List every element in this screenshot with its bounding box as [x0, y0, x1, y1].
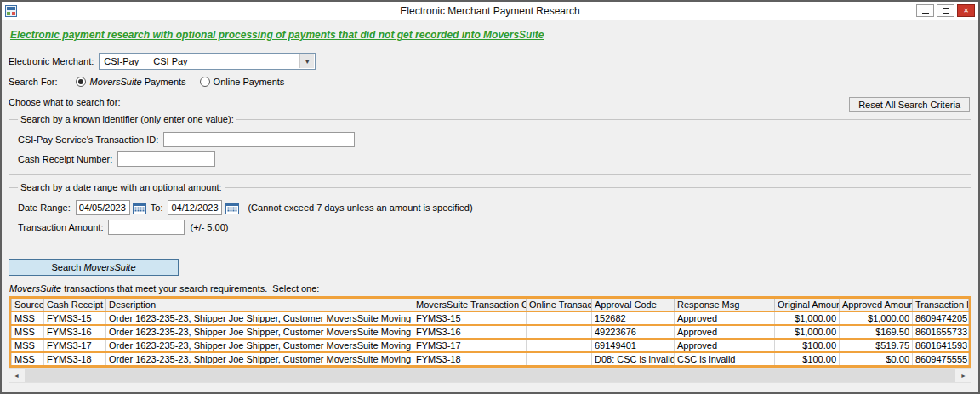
col-online-transaction-code[interactable]: Online Transaction Code [527, 299, 592, 311]
col-source[interactable]: Source [12, 299, 44, 311]
transaction-id-input[interactable] [163, 132, 355, 147]
radio-online-payments[interactable]: Online Payments [200, 77, 285, 87]
cell-cash-receipt[interactable]: FYMS3-17 [44, 339, 106, 352]
cell-cash-receipt[interactable]: FYMS3-18 [44, 352, 106, 365]
cell-cash-receipt[interactable]: FYMS3-16 [44, 325, 106, 339]
cell-description[interactable]: Order 1623-235-23, Shipper Joe Shipper, … [106, 325, 413, 339]
intro-text: Electronic payment research with optiona… [10, 29, 971, 41]
title-bar: Electronic Merchant Payment Research ✕ [2, 2, 978, 20]
scroll-left-icon[interactable]: ◄ [9, 369, 24, 382]
cell-approval-code[interactable]: D08: CSC is invalid [592, 352, 675, 365]
table-row[interactable]: MSS FYMS3-18 Order 1623-235-23, Shipper … [12, 352, 969, 365]
cash-receipt-row: Cash Receipt Number: [18, 151, 962, 167]
cell-response-msg[interactable]: CSC is invalid [675, 352, 775, 365]
cash-receipt-input[interactable] [117, 151, 215, 167]
merchant-combobox[interactable]: CSI-Pay CSI Pay ▼ [99, 53, 316, 70]
cell-response-msg[interactable]: Approved [675, 339, 775, 352]
cell-approved-amount[interactable]: $169.50 [840, 325, 913, 339]
cell-source[interactable]: MSS [12, 339, 44, 352]
table-row[interactable]: MSS FYMS3-15 Order 1623-235-23, Shipper … [12, 311, 969, 325]
results-label: MoversSuite transactions that meet your … [9, 283, 971, 294]
app-icon [5, 5, 17, 17]
col-ms-transaction-code[interactable]: MoversSuite Transaction Code [413, 299, 527, 311]
merchant-row: Electronic Merchant: CSI-Pay CSI Pay ▼ [9, 53, 971, 70]
cell-ms-transaction-code[interactable]: FYMS3-18 [413, 352, 527, 365]
date-note: (Cannot exceed 7 days unless an amount i… [248, 203, 472, 213]
merchant-label: Electronic Merchant: [9, 56, 94, 66]
cell-approved-amount[interactable]: $0.00 [840, 352, 913, 365]
calendar-icon[interactable] [224, 200, 240, 215]
cell-original-amount[interactable]: $1,000.00 [775, 325, 840, 339]
cell-original-amount[interactable]: $100.00 [775, 352, 840, 365]
to-label: To: [151, 203, 163, 213]
dialog-content: Electronic payment research with optiona… [2, 20, 978, 392]
cell-approval-code[interactable]: 69149401 [592, 339, 675, 352]
dialog-window: Electronic Merchant Payment Research ✕ E… [0, 0, 980, 394]
horizontal-scrollbar[interactable]: ◄ ► [9, 368, 971, 383]
cell-source[interactable]: MSS [12, 325, 44, 339]
cell-transaction-id[interactable]: 8601655733 [913, 325, 969, 339]
col-transaction-id[interactable]: Transaction ID [913, 299, 969, 311]
radio-online-label: Online Payments [214, 77, 285, 87]
cell-cash-receipt[interactable]: FYMS3-15 [44, 311, 106, 325]
cell-source[interactable]: MSS [12, 311, 44, 325]
cell-original-amount[interactable]: $1,000.00 [775, 311, 840, 325]
cell-approved-amount[interactable]: $1,000.00 [840, 311, 913, 325]
cell-approval-code[interactable]: 49223676 [592, 325, 675, 339]
close-button[interactable]: ✕ [957, 4, 975, 17]
cell-ms-transaction-code[interactable]: FYMS3-15 [413, 311, 527, 325]
choose-label: Choose what to search for: [9, 97, 120, 107]
cell-online-transaction-code[interactable] [527, 311, 592, 325]
radio-button-icon[interactable] [200, 77, 210, 87]
cell-approved-amount[interactable]: $519.75 [840, 339, 913, 352]
minimize-button[interactable] [916, 4, 934, 17]
results-grid: Source Cash Receipt Description MoversSu… [9, 296, 971, 368]
search-for-row: Search For: MoversSuite Payments Online … [9, 77, 971, 87]
results-table: Source Cash Receipt Description MoversSu… [11, 299, 969, 365]
amount-row: Transaction Amount: (+/- 5.00) [18, 220, 962, 235]
cell-response-msg[interactable]: Approved [675, 325, 775, 339]
date-from-input[interactable] [76, 200, 130, 215]
col-approval-code[interactable]: Approval Code [592, 299, 675, 311]
transaction-amount-input[interactable] [108, 220, 185, 235]
reset-search-button[interactable]: Reset All Search Criteria [849, 97, 970, 112]
search-moverssuite-button[interactable]: Search MoversSuite [9, 259, 179, 276]
cell-description[interactable]: Order 1623-235-23, Shipper Joe Shipper, … [106, 339, 413, 352]
chevron-down-icon[interactable]: ▼ [299, 54, 314, 68]
cell-online-transaction-code[interactable] [527, 339, 592, 352]
calendar-icon[interactable] [132, 200, 148, 215]
cell-original-amount[interactable]: $100.00 [775, 339, 840, 352]
scroll-right-icon[interactable]: ► [956, 369, 971, 382]
cell-source[interactable]: MSS [12, 352, 44, 365]
col-cash-receipt[interactable]: Cash Receipt [44, 299, 106, 311]
scrollbar-thumb[interactable] [25, 369, 955, 382]
table-row[interactable]: MSS FYMS3-16 Order 1623-235-23, Shipper … [12, 325, 969, 339]
col-approved-amount[interactable]: Approved Amount [840, 299, 913, 311]
col-response-msg[interactable]: Response Msg [675, 299, 775, 311]
maximize-button[interactable] [937, 4, 954, 17]
col-original-amount[interactable]: Original Amount [775, 299, 840, 311]
cell-ms-transaction-code[interactable]: FYMS3-17 [413, 339, 527, 352]
cell-description[interactable]: Order 1623-235-23, Shipper Joe Shipper, … [106, 311, 413, 325]
cell-online-transaction-code[interactable] [527, 325, 592, 339]
radio-moverssuite-payments[interactable]: MoversSuite Payments [76, 77, 185, 87]
cell-response-msg[interactable]: Approved [675, 311, 775, 325]
cell-description[interactable]: Order 1623-235-23, Shipper Joe Shipper, … [106, 352, 413, 365]
cell-ms-transaction-code[interactable]: FYMS3-16 [413, 325, 527, 339]
col-description[interactable]: Description [106, 299, 413, 311]
table-row[interactable]: MSS FYMS3-17 Order 1623-235-23, Shipper … [12, 339, 969, 352]
transaction-id-label: CSI-Pay Service's Transaction ID: [18, 134, 158, 145]
cell-transaction-id[interactable]: 8601641593 [913, 339, 969, 352]
radio-button-icon[interactable] [76, 77, 86, 87]
date-to-input[interactable] [168, 200, 222, 215]
table-header-row: Source Cash Receipt Description MoversSu… [12, 299, 969, 311]
transaction-id-row: CSI-Pay Service's Transaction ID: [18, 132, 962, 147]
amount-note: (+/- 5.00) [190, 222, 228, 232]
cell-online-transaction-code[interactable] [527, 352, 592, 365]
cell-transaction-id[interactable]: 8609475555 [913, 352, 969, 365]
window-controls: ✕ [916, 4, 975, 17]
cell-approval-code[interactable]: 152682 [592, 311, 675, 325]
date-range-legend: Search by a date range with an optional … [18, 182, 225, 192]
cell-transaction-id[interactable]: 8609474205 [913, 311, 969, 325]
identifier-groupbox: Search by a known identifier (only enter… [9, 114, 971, 175]
